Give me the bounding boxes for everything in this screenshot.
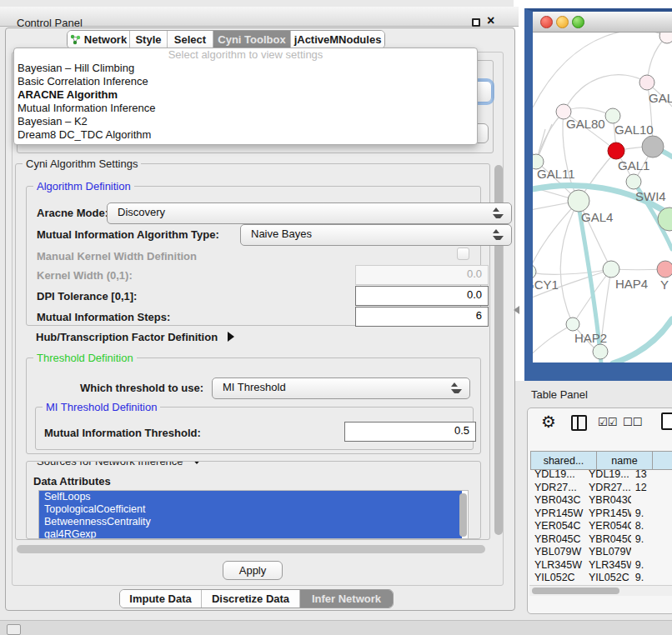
column-header[interactable]: A: [653, 452, 672, 469]
node-label: HAP2: [574, 331, 607, 345]
table-row[interactable]: YLR345WYLR345W9.: [530, 559, 672, 572]
table-cell: [631, 546, 672, 559]
dropdown-prompt: Select algorithm to view settings: [14, 48, 477, 62]
settings-horizontal-scrollbar[interactable]: [17, 545, 485, 553]
table-row[interactable]: YIL052CYIL052C9.: [530, 572, 672, 581]
which-threshold-combo[interactable]: MI Threshold: [212, 378, 470, 399]
algorithm-option[interactable]: Basic Correlation Inference: [14, 75, 477, 88]
network-canvas[interactable]: GALGAL80GAL10GAL1GAL11SWI4GAL4GCY1HAP4YH…: [533, 32, 672, 363]
network-window-titlebar[interactable]: [533, 12, 672, 32]
column-header[interactable]: name: [597, 452, 653, 469]
mi-steps-field[interactable]: 6: [355, 307, 489, 327]
node-label: HAP4: [615, 277, 648, 291]
network-node[interactable]: [568, 190, 589, 212]
network-node[interactable]: [593, 344, 608, 359]
group-title: Threshold Definition: [33, 352, 137, 364]
table-cell: YDR27...: [584, 482, 631, 495]
cyni-mode-tab-bar: Impute Data Discretize Data Infer Networ…: [119, 589, 394, 608]
tab-jactivemnodules[interactable]: jActiveMNodules: [290, 31, 384, 48]
group-title: Algorithm Definition: [33, 180, 134, 192]
sources-title-toggle[interactable]: Sources for Network Inference: [33, 461, 206, 468]
network-node[interactable]: [642, 136, 664, 158]
table-row[interactable]: YPR145WYPR145W9.: [530, 508, 672, 521]
table-row[interactable]: YBR045CYBR045C9.: [530, 533, 672, 547]
combo-value: Naive Bayes: [251, 228, 312, 240]
mi-algorithm-type-combo[interactable]: Naive Bayes: [240, 224, 512, 246]
tab-select[interactable]: Select: [167, 31, 213, 48]
table-cell: YBL079W: [584, 546, 631, 559]
status-strip: [0, 620, 672, 635]
algorithm-option[interactable]: Mutual Information Inference: [14, 102, 477, 115]
table-row[interactable]: YER054CYER054C8.: [530, 520, 672, 533]
close-window-icon[interactable]: [540, 16, 553, 28]
hub-section-toggle[interactable]: Hub/Transcription Factor Definition: [36, 331, 234, 343]
apply-button[interactable]: Apply: [223, 561, 283, 580]
collapsed-panel-icon[interactable]: [7, 624, 21, 635]
table-cell: 12: [631, 482, 672, 495]
tab-label: Discretize Data: [212, 592, 289, 605]
algorithm-option[interactable]: Dream8 DC_TDC Algorithm: [14, 128, 477, 142]
table-cell: 9.: [631, 559, 672, 572]
tab-cyni-toolbox[interactable]: Cyni Toolbox: [213, 31, 290, 48]
gear-icon[interactable]: ⚙: [541, 412, 556, 432]
tab-impute-data[interactable]: Impute Data: [120, 590, 201, 608]
network-node[interactable]: [603, 261, 619, 278]
network-node[interactable]: [626, 174, 641, 189]
mi-steps-label: Mutual Information Steps:: [37, 311, 170, 323]
table-cell: YIL052C: [530, 572, 584, 581]
deselect-all-icon[interactable]: ☐☐: [623, 416, 642, 428]
attribute-list-item[interactable]: gal4RGexp: [39, 528, 462, 539]
attribute-list-item[interactable]: SelfLoops: [39, 491, 462, 503]
cyni-algorithm-settings-group: Cyni Algorithm Settings Algorithm Defini…: [15, 163, 490, 540]
table-cell: YLR345W: [584, 559, 631, 572]
table-cell: YBR045C: [584, 533, 631, 547]
node-label: GCY1: [533, 278, 559, 292]
dpi-tolerance-label: DPI Tolerance [0,1]:: [37, 290, 137, 302]
dpi-tolerance-field[interactable]: 0.0: [355, 286, 489, 306]
mi-threshold-field[interactable]: 0.5: [344, 422, 476, 442]
float-panel-icon[interactable]: [472, 18, 480, 27]
tab-infer-network[interactable]: Infer Network: [299, 590, 393, 608]
export-table-icon[interactable]: [661, 412, 672, 430]
aracne-mode-combo[interactable]: Discovery: [107, 202, 512, 224]
minimize-window-icon[interactable]: [556, 16, 569, 28]
algorithm-option[interactable]: Bayesian – Hill Climbing: [14, 62, 477, 75]
show-columns-icon[interactable]: [571, 415, 587, 431]
zoom-window-icon[interactable]: [572, 16, 584, 28]
network-node[interactable]: [608, 142, 624, 159]
table-cell: YIL052C: [584, 572, 631, 581]
network-node[interactable]: [657, 261, 672, 278]
column-header[interactable]: shared...: [531, 452, 597, 469]
kernel-width-field[interactable]: 0.0: [355, 265, 489, 285]
manual-kernel-width-checkbox[interactable]: [457, 248, 469, 260]
attribute-list-item[interactable]: TopologicalCoefficient: [39, 503, 462, 516]
close-panel-icon[interactable]: ×: [487, 13, 494, 28]
table-row[interactable]: YBL079WYBL079W: [530, 546, 672, 559]
algorithm-option[interactable]: Bayesian – K2: [14, 115, 477, 128]
tab-style[interactable]: Style: [129, 31, 167, 48]
collapse-down-icon: [191, 461, 203, 464]
attribute-list-item[interactable]: BetweennessCentrality: [39, 516, 462, 528]
list-scrollbar[interactable]: [459, 493, 467, 537]
network-icon: [70, 34, 81, 45]
table-cell: 9.: [631, 572, 672, 581]
table-cell: YDL19...: [584, 468, 631, 482]
panel-divider-collapse-icon[interactable]: [514, 306, 519, 314]
select-all-icon[interactable]: ☑☑: [598, 416, 617, 428]
table-row[interactable]: YBR043CYBR043C: [530, 494, 672, 508]
table-horizontal-scrollbar[interactable]: [532, 588, 619, 594]
algorithm-option[interactable]: ARACNE Algorithm: [14, 88, 477, 102]
network-node[interactable]: [566, 318, 579, 331]
expand-right-icon: [228, 332, 234, 342]
sources-title: Sources for Network Inference: [37, 461, 183, 468]
control-panel-tab-bar: Network Style Select Cyni Toolbox jActiv…: [67, 30, 385, 49]
tab-network[interactable]: Network: [68, 31, 129, 48]
algorithm-definition-group: Algorithm Definition Aracne Mode: Discov…: [26, 186, 481, 326]
network-node[interactable]: [605, 108, 620, 123]
data-attributes-list[interactable]: SelfLoopsTopologicalCoefficientBetweenne…: [38, 490, 469, 539]
tab-label: Select: [174, 33, 206, 46]
table-row[interactable]: YDL19...YDL19...13: [530, 468, 672, 482]
table-row[interactable]: YDR27...YDR27...12: [530, 482, 672, 495]
network-node[interactable]: [639, 75, 654, 90]
tab-discretize-data[interactable]: Discretize Data: [201, 590, 299, 608]
